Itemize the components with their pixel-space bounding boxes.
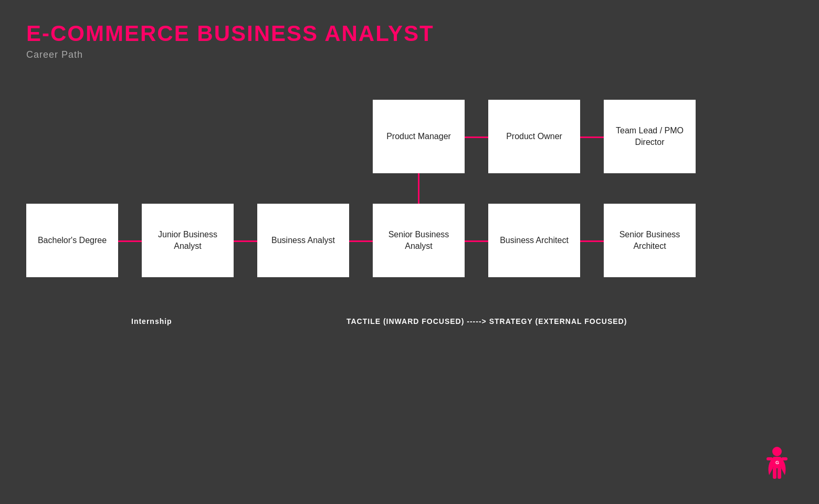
box-business-architect: Business Architect: [488, 204, 580, 277]
box-team-lead: Team Lead / PMODirector: [604, 100, 696, 173]
connector-juniorba-ba: [234, 240, 257, 242]
box-product-manager: Product Manager: [373, 100, 465, 173]
connector-seniorba-ba2: [465, 240, 488, 242]
svg-rect-4: [766, 457, 773, 460]
box-senior-ba: Senior BusinessAnalyst: [373, 204, 465, 277]
header: E-COMMERCE BUSINESS ANALYST Career Path: [0, 0, 819, 66]
svg-text:G: G: [775, 460, 779, 465]
connector-pm-po: [465, 136, 488, 138]
svg-point-0: [772, 447, 782, 456]
connector-ba-seniorba: [349, 240, 373, 242]
label-internship: Internship: [131, 317, 172, 326]
connector-ba2-sba: [580, 240, 604, 242]
superhero-logo: G: [761, 446, 793, 488]
box-bachelors: Bachelor's Degree: [26, 204, 118, 277]
box-junior-ba: Junior BusinessAnalyst: [142, 204, 234, 277]
connector-po-tl: [580, 136, 604, 138]
label-strategy: TACTILE (INWARD FOCUSED) -----> STRATEGY…: [346, 317, 627, 326]
svg-rect-2: [773, 467, 776, 479]
career-path-diagram: Bachelor's Degree Junior BusinessAnalyst…: [0, 74, 819, 336]
box-product-owner: Product Owner: [488, 100, 580, 173]
page-title: E-COMMERCE BUSINESS ANALYST: [26, 21, 793, 46]
svg-rect-3: [778, 467, 781, 479]
svg-rect-5: [781, 457, 788, 460]
connector-bachelors-juniorba: [118, 240, 142, 242]
page-subtitle: Career Path: [26, 49, 793, 60]
box-ba: Business Analyst: [257, 204, 349, 277]
connector-seniorba-pm-vertical: [418, 173, 419, 204]
box-senior-business-architect: Senior BusinessArchitect: [604, 204, 696, 277]
